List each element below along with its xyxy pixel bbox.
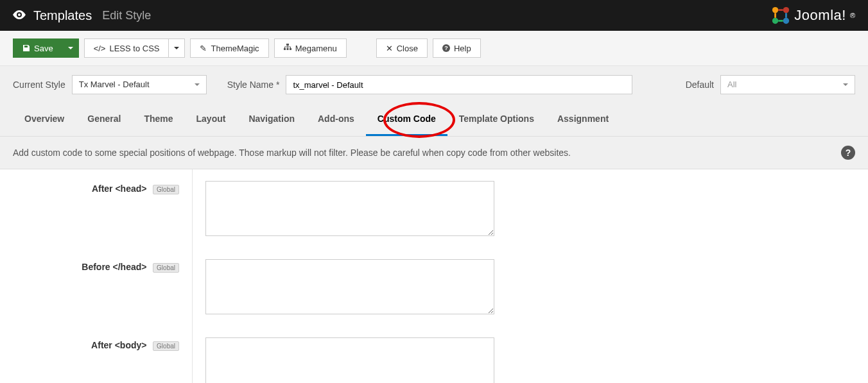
info-row: Add custom code to some special position… xyxy=(0,137,868,169)
svg-rect-5 xyxy=(284,48,286,50)
save-button-group: Save xyxy=(13,38,79,58)
current-style-label: Current Style xyxy=(13,80,65,90)
tab-general[interactable]: General xyxy=(76,103,132,136)
global-badge: Global xyxy=(153,185,179,194)
sitemap-icon xyxy=(284,44,291,53)
after-body-label-row: After <body> Global xyxy=(0,326,192,383)
info-description: Add custom code to some special position… xyxy=(13,148,571,158)
caret-down-icon xyxy=(68,47,73,49)
code-icon: </> xyxy=(94,44,106,53)
save-button[interactable]: Save xyxy=(13,38,62,58)
tab-assignment[interactable]: Assignment xyxy=(546,103,620,136)
current-style-select[interactable]: Tx Marvel - Default xyxy=(72,75,207,94)
joomla-reg: ® xyxy=(850,12,855,19)
megamenu-button[interactable]: Megamenu xyxy=(274,38,347,58)
after-head-textarea[interactable] xyxy=(205,181,494,236)
tab-template-options[interactable]: Template Options xyxy=(447,103,546,136)
after-body-label: After <body> xyxy=(91,340,146,350)
svg-rect-6 xyxy=(286,48,288,50)
joomla-icon xyxy=(771,6,790,25)
header-left: Templates Edit Style xyxy=(13,8,151,23)
toolbar: Save </> LESS to CSS ✎ ThemeMagic Megame… xyxy=(0,31,868,66)
caret-down-icon xyxy=(195,83,200,86)
eye-icon[interactable] xyxy=(13,9,26,22)
close-button[interactable]: ✕ Close xyxy=(376,38,428,58)
info-help-icon[interactable]: ? xyxy=(841,146,855,160)
thememagic-label: ThemeMagic xyxy=(211,44,259,53)
less-dropdown-toggle[interactable] xyxy=(168,38,185,58)
before-head-close-label-row: Before </head> Global xyxy=(0,248,192,326)
less-to-css-button[interactable]: </> LESS to CSS xyxy=(84,38,169,58)
form-labels-column: After <head> Global Before </head> Globa… xyxy=(0,169,193,383)
page-title: Templates xyxy=(33,8,92,23)
default-select[interactable]: All xyxy=(720,75,855,94)
help-button[interactable]: ? Help xyxy=(433,38,481,58)
tab-navigation[interactable]: Navigation xyxy=(237,103,306,136)
header-bar: Templates Edit Style Joomla!® xyxy=(0,0,868,31)
save-label: Save xyxy=(34,44,53,53)
tab-overview[interactable]: Overview xyxy=(13,103,76,136)
save-dropdown-toggle[interactable] xyxy=(62,38,79,58)
help-label: Help xyxy=(454,44,471,53)
svg-point-3 xyxy=(783,18,789,24)
less-to-css-label: LESS to CSS xyxy=(109,44,159,53)
close-icon: ✕ xyxy=(386,44,393,53)
megamenu-label: Megamenu xyxy=(295,44,337,53)
style-name-input[interactable] xyxy=(286,75,632,94)
global-badge: Global xyxy=(153,263,179,273)
global-badge: Global xyxy=(153,341,179,351)
help-icon: ? xyxy=(442,44,450,52)
caret-down-icon xyxy=(174,47,179,49)
tab-custom-code[interactable]: Custom Code xyxy=(366,103,447,136)
tab-layout[interactable]: Layout xyxy=(185,103,238,136)
joomla-brand-text: Joomla! xyxy=(794,7,846,24)
current-style-value: Tx Marvel - Default xyxy=(79,80,150,89)
tab-theme[interactable]: Theme xyxy=(132,103,184,136)
style-name-label: Style Name * xyxy=(227,80,280,90)
form-fields-column xyxy=(193,169,868,383)
tabs-row: Overview General Theme Layout Navigation… xyxy=(0,103,868,137)
svg-rect-7 xyxy=(290,48,291,50)
tabs-wrap: Overview General Theme Layout Navigation… xyxy=(0,103,868,137)
default-value: All xyxy=(727,80,736,89)
thememagic-button[interactable]: ✎ ThemeMagic xyxy=(190,38,268,58)
close-label: Close xyxy=(397,44,418,53)
after-head-label-row: After <head> Global xyxy=(0,169,192,248)
less-button-group: </> LESS to CSS xyxy=(84,38,186,58)
caret-down-icon xyxy=(843,83,848,86)
save-icon xyxy=(22,44,30,52)
before-head-close-label: Before </head> xyxy=(82,262,146,272)
svg-point-1 xyxy=(783,7,789,13)
after-head-label: After <head> xyxy=(92,183,147,194)
page-subtitle: Edit Style xyxy=(102,9,151,22)
svg-point-2 xyxy=(772,18,778,24)
joomla-logo: Joomla!® xyxy=(771,6,855,25)
settings-row: Current Style Tx Marvel - Default Style … xyxy=(0,66,868,103)
default-label: Default xyxy=(686,80,714,90)
form-area: After <head> Global Before </head> Globa… xyxy=(0,169,868,383)
before-head-close-textarea[interactable] xyxy=(205,259,494,314)
svg-rect-4 xyxy=(286,44,289,46)
wand-icon: ✎ xyxy=(200,44,207,53)
tab-addons[interactable]: Add-ons xyxy=(306,103,366,136)
after-body-textarea[interactable] xyxy=(205,337,494,383)
svg-point-0 xyxy=(772,7,778,13)
